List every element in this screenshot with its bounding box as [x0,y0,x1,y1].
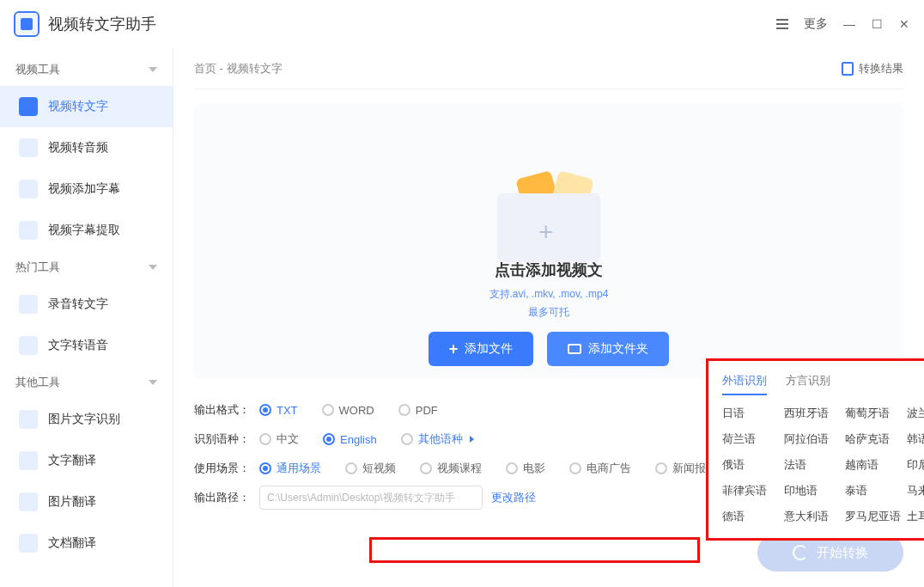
results-link[interactable]: 转换结果 [842,61,903,76]
main-panel: 首页 - 视频转文字 转换结果 + 点击添加视频文 支持.avi, .mkv, … [173,48,924,587]
maximize-button[interactable]: ☐ [871,18,883,30]
sidebar-item-text-to-speech[interactable]: 文字转语音 [0,325,173,366]
language-option[interactable]: 法语 [784,457,842,473]
radio-option[interactable]: English [323,433,377,446]
image-translate-icon [19,492,38,511]
sidebar-item-recording-to-text[interactable]: 录音转文字 [0,284,173,325]
sidebar-item-video-to-text[interactable]: 视频转文字 [0,86,173,127]
radio-option[interactable]: 视频课程 [420,461,482,476]
folder-icon [568,344,581,354]
sidebar-group-label: 视频工具 [15,62,60,77]
language-option[interactable]: 土耳其语 [907,509,925,524]
language-option[interactable]: 俄语 [722,457,781,473]
language-option[interactable]: 意大利语 [784,509,842,524]
language-option[interactable]: 荷兰语 [722,431,781,447]
language-option[interactable]: 菲律宾语 [722,483,781,498]
document-icon [842,62,854,76]
highlight-language-row [369,537,700,563]
language-option[interactable]: 德语 [722,509,781,524]
language-popover: 外语识别 方言识别 日语西班牙语葡萄牙语波兰语荷兰语阿拉伯语哈萨克语韩语俄语法语… [706,358,924,541]
drop-illustration: + [480,150,617,271]
plus-icon: + [449,340,459,358]
language-option[interactable]: 日语 [722,406,781,421]
output-path-label: 输出路径： [194,490,259,505]
caret-right-icon [470,436,474,443]
sidebar-group-video[interactable]: 视频工具 [0,53,173,86]
output-format-label: 输出格式： [194,402,259,418]
more-button[interactable]: 更多 [804,16,828,32]
radio-option[interactable]: WORD [322,404,374,417]
radio-option[interactable]: 电影 [506,461,545,476]
video-audio-icon [19,138,38,157]
subtitle-add-icon [19,180,38,199]
drop-zone[interactable]: + 点击添加视频文 支持.avi, .mkv, .mov, .mp4 最多可托 … [194,103,903,378]
video-text-icon [19,97,38,116]
tts-icon [19,336,38,355]
chevron-down-icon [149,265,157,270]
mic-icon [19,295,38,314]
language-option[interactable]: 葡萄牙语 [845,406,903,421]
close-button[interactable]: ✕ [898,18,910,30]
ocr-icon [19,410,38,429]
radio-option[interactable]: TXT [259,404,298,417]
sidebar-item-add-subtitle[interactable]: 视频添加字幕 [0,168,173,210]
language-option[interactable]: 韩语 [907,431,925,447]
app-title: 视频转文字助手 [48,14,156,34]
translate-icon [19,451,38,470]
language-option[interactable]: 哈萨克语 [845,431,903,447]
language-option[interactable]: 马来西亚语 [907,483,925,498]
minimize-button[interactable]: — [843,18,855,30]
drop-supported: 支持.avi, .mkv, .mov, .mp4 [489,287,609,302]
chevron-down-icon [149,380,157,385]
language-label: 识别语种： [194,431,259,447]
hamburger-icon[interactable] [776,19,788,29]
chevron-down-icon [149,67,157,72]
language-option[interactable]: 印尼语 [907,457,925,473]
scene-label: 使用场景： [194,461,259,476]
sidebar-group-label: 其他工具 [15,375,60,390]
breadcrumb: 首页 - 视频转文字 [194,61,283,76]
progress-icon [793,545,808,560]
language-option[interactable]: 印地语 [784,483,842,498]
sidebar-group-hot[interactable]: 热门工具 [0,251,173,284]
radio-option[interactable]: PDF [398,404,438,417]
radio-option[interactable]: 电商广告 [569,461,631,476]
subtitle-extract-icon [19,221,38,240]
radio-option[interactable]: 通用场景 [259,461,321,476]
sidebar-item-extract-subtitle[interactable]: 视频字幕提取 [0,210,173,251]
language-option[interactable]: 阿拉伯语 [784,431,842,447]
language-option[interactable]: 泰语 [845,483,903,498]
radio-option[interactable]: 短视频 [345,461,396,476]
titlebar: 视频转文字助手 更多 — ☐ ✕ [0,0,924,48]
radio-option[interactable]: 中文 [259,431,299,447]
sidebar-item-doc-translate[interactable]: 文档翻译 [0,523,173,564]
add-folder-button[interactable]: 添加文件夹 [547,332,669,366]
app-logo [14,11,40,37]
sidebar-group-label: 热门工具 [15,260,60,275]
drop-limit: 最多可托 [528,305,569,320]
tab-foreign[interactable]: 外语识别 [722,373,767,395]
radio-option[interactable]: 其他语种 [401,431,474,447]
language-option[interactable]: 越南语 [845,457,903,473]
add-file-button[interactable]: + 添加文件 [429,332,534,366]
sidebar-item-ocr[interactable]: 图片文字识别 [0,399,173,440]
sidebar-item-video-to-audio[interactable]: 视频转音频 [0,127,173,168]
output-path-input[interactable] [259,486,483,510]
sidebar-group-other[interactable]: 其他工具 [0,366,173,399]
change-path-link[interactable]: 更改路径 [491,490,536,505]
sidebar-item-text-translate[interactable]: 文字翻译 [0,440,173,481]
sidebar-item-image-translate[interactable]: 图片翻译 [0,481,173,523]
language-option[interactable]: 波兰语 [907,406,925,421]
language-option[interactable]: 西班牙语 [784,406,842,421]
sidebar: 视频工具 视频转文字 视频转音频 视频添加字幕 视频字幕提取 热门工具 录音转文… [0,48,173,587]
doc-translate-icon [19,534,38,553]
language-option[interactable]: 罗马尼亚语 [845,509,903,524]
tab-dialect[interactable]: 方言识别 [786,373,830,395]
